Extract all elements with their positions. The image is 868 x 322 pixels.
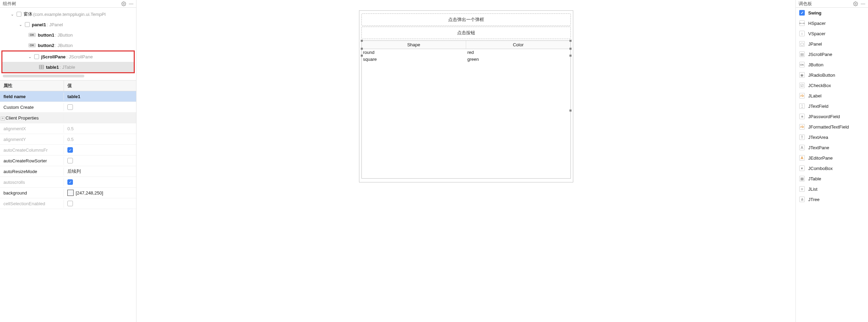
palette-jtextfield[interactable]: ⌶JTextField (796, 101, 868, 111)
textarea-icon: T (799, 134, 805, 140)
palette-label: JList (808, 187, 818, 192)
resize-handle[interactable] (361, 40, 363, 42)
prop-row-autoscrolls[interactable]: autoscrolls ✓ (0, 177, 136, 188)
checkbox-checked[interactable]: ✓ (67, 179, 73, 185)
palette-jradiobutton[interactable]: ◉JRadioButton (796, 70, 868, 80)
tree-row-jscrollpane[interactable]: ⌄ jScrollPane : JScrollPane (2, 51, 134, 62)
resize-handle[interactable] (569, 55, 572, 57)
prop-row-autoresizemode[interactable]: autoResizeMode 后续列 (0, 166, 136, 177)
checkbox-unchecked[interactable] (67, 158, 73, 163)
prop-row-alignmenty[interactable]: alignmentY 0.5 (0, 134, 136, 145)
palette-jscrollpane[interactable]: ▤JScrollPane (796, 49, 868, 59)
tree-label: button1 (38, 32, 55, 38)
scrollbar[interactable] (3, 75, 84, 77)
tree-row-form[interactable]: ⌄ 窗体 (com.example.tempplugin.ui.TempPl (0, 9, 136, 19)
button-icon: OK (799, 62, 805, 67)
resize-handle[interactable] (361, 55, 363, 57)
tree-label: button2 (38, 43, 55, 48)
palette-label: JScrollPane (808, 52, 832, 57)
palette-jpasswordfield[interactable]: ∗JPasswordField (796, 111, 868, 122)
highlight-box: ⌄ jScrollPane : JScrollPane table1 : JTa… (1, 50, 135, 73)
checkbox-checked-icon: ✓ (799, 10, 805, 16)
prop-name: autoCreateColumnsFr (0, 146, 64, 154)
preview-table[interactable]: Shape Color round red square green (361, 40, 571, 179)
prop-row-client-properties[interactable]: +Client Properties (0, 113, 136, 123)
prop-row-autocreatecolumns[interactable]: autoCreateColumnsFr ✓ (0, 145, 136, 155)
tree-row-panel1[interactable]: ⌄ panel1 : JPanel (0, 19, 136, 30)
prop-row-cellselection[interactable]: cellSelectionEnabled (0, 198, 136, 209)
prop-row-background[interactable]: background [247,248,250] (0, 188, 136, 198)
component-tree-header: 组件树 — (0, 0, 136, 8)
palette-jtable[interactable]: ▦JTable (796, 173, 868, 184)
palette-jpanel[interactable]: ▢JPanel (796, 39, 868, 49)
palette-jformattedtextfield[interactable]: AbJFormattedTextField (796, 122, 868, 132)
checkbox-checked[interactable]: ✓ (67, 147, 73, 153)
svg-point-0 (123, 3, 124, 4)
palette-hspacer[interactable]: ⟷HSpacer (796, 18, 868, 28)
palette-vspacer[interactable]: ↕VSpacer (796, 28, 868, 39)
tree-label: jScrollPane (41, 54, 66, 59)
component-tree: ⌄ 窗体 (com.example.tempplugin.ui.TempPl ⌄… (0, 8, 136, 80)
resize-handle[interactable] (569, 48, 572, 50)
prop-name: Custom Create (0, 103, 64, 111)
palette-label: JPasswordField (808, 114, 840, 119)
minimize-icon[interactable]: — (129, 1, 133, 6)
svg-point-5 (855, 3, 856, 4)
resize-handle[interactable] (569, 110, 572, 112)
palette-label: JEditorPane (808, 155, 833, 161)
ok-badge-icon: OK (28, 33, 36, 37)
expand-icon[interactable]: + (1, 116, 5, 121)
form-preview[interactable]: 点击弹出一个弹框 点击按钮 Shape Color round red squa… (359, 10, 573, 182)
prop-value: 0.5 (64, 125, 136, 133)
palette-label: JTextPane (808, 145, 829, 150)
prop-row-custom-create[interactable]: Custom Create (0, 102, 136, 113)
prop-value: 后续列 (64, 167, 136, 176)
prop-row-autocreaterowsorter[interactable]: autoCreateRowSorter (0, 155, 136, 166)
prop-value: 0.5 (64, 135, 136, 143)
preview-button-2[interactable]: 点击按钮 (361, 27, 571, 39)
palette-label: JComboBox (808, 166, 833, 171)
prop-row-alignmentx[interactable]: alignmentX 0.5 (0, 123, 136, 134)
tree-label: panel1 (32, 22, 46, 27)
prop-value: [247,248,250] (76, 190, 103, 196)
properties-panel: 属性 值 field name table1 Custom Create +Cl… (0, 80, 136, 322)
palette-jeditorpane[interactable]: AJEditorPane (796, 153, 868, 163)
palette-jtextpane[interactable]: AJTextPane (796, 142, 868, 153)
palette-label: JTextArea (808, 135, 828, 140)
table-row: round red (362, 49, 570, 56)
color-swatch[interactable] (67, 190, 74, 196)
tree-row-button1[interactable]: OK button1 : JButton (0, 30, 136, 40)
palette-label: VSpacer (808, 31, 825, 36)
palette-label: JPanel (808, 41, 822, 47)
gear-icon[interactable] (853, 1, 858, 6)
palette-jcheckbox[interactable]: ☑JCheckBox (796, 80, 868, 91)
resize-handle[interactable] (569, 40, 572, 42)
chevron-down-icon: ⌄ (18, 22, 23, 27)
checkbox-unchecked[interactable] (67, 104, 73, 110)
palette-jtree[interactable]: ⋔JTree (796, 194, 868, 205)
palette-label: JLabel (808, 93, 821, 98)
palette-swing[interactable]: ✓ Swing (796, 8, 868, 18)
tree-row-table1[interactable]: table1 : JTable (2, 62, 134, 72)
resize-handle[interactable] (361, 48, 363, 50)
palette-jbutton[interactable]: OKJButton (796, 59, 868, 70)
prop-name: background (0, 189, 64, 197)
preview-button-1[interactable]: 点击弹出一个弹框 (361, 13, 571, 26)
prop-row-field-name[interactable]: field name table1 (0, 91, 136, 102)
password-icon: ∗ (799, 114, 805, 119)
palette-jtextarea[interactable]: TJTextArea (796, 132, 868, 142)
table-row: square green (362, 56, 570, 63)
scrollpane-icon: ▤ (799, 51, 805, 57)
checkbox-icon: ☑ (799, 83, 805, 88)
tree-type: : JButton (55, 32, 73, 38)
hspacer-icon: ⟷ (799, 20, 805, 26)
gear-icon[interactable] (121, 1, 126, 6)
minimize-icon[interactable]: — (861, 1, 865, 6)
palette-jlabel[interactable]: AbJLabel (796, 91, 868, 101)
palette-jcombobox[interactable]: ▾JComboBox (796, 163, 868, 173)
palette-label: JTree (808, 197, 820, 202)
tree-row-button2[interactable]: OK button2 : JButton (0, 40, 136, 50)
palette-jlist[interactable]: ≡JList (796, 184, 868, 194)
palette-label: JButton (808, 62, 823, 67)
checkbox-unchecked[interactable] (67, 201, 73, 206)
